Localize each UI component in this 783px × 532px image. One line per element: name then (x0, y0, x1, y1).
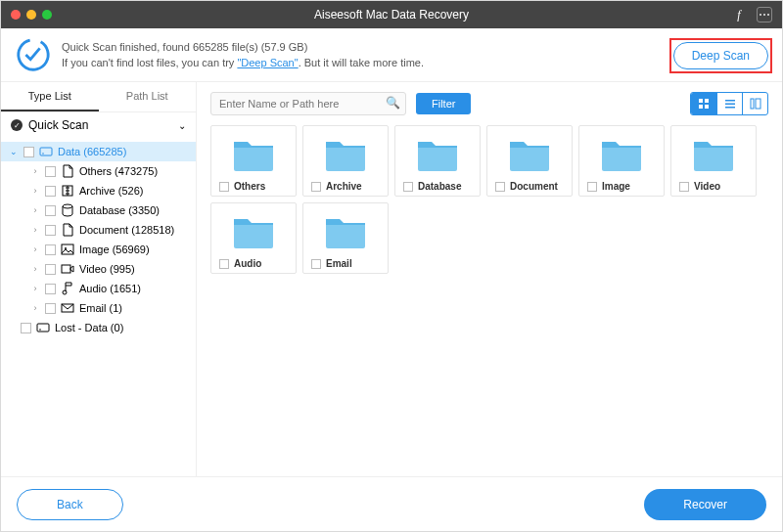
checkbox[interactable] (45, 186, 56, 197)
checkbox[interactable] (403, 182, 413, 192)
database-icon (61, 203, 74, 217)
checkbox[interactable] (311, 182, 321, 192)
tree-node-label: Others (473275) (79, 165, 158, 177)
checkbox[interactable] (45, 303, 56, 314)
found-size: 57.9 GB (264, 41, 303, 53)
sidebar: Type List Path List ✓ Quick Scan ⌄ ⌄ Dat… (1, 82, 197, 476)
folder-tile-label: Video (694, 181, 720, 192)
tree-node-label: Image (56969) (79, 244, 150, 255)
folder-tile[interactable]: Video (670, 125, 757, 197)
disk-icon (36, 321, 50, 334)
filter-button[interactable]: Filter (416, 93, 471, 114)
svg-rect-18 (756, 99, 760, 109)
checkbox[interactable] (219, 182, 229, 192)
folder-tile-label: Database (418, 181, 461, 192)
svg-rect-17 (751, 99, 754, 109)
folder-icon (232, 215, 275, 248)
tab-type-list[interactable]: Type List (1, 82, 99, 111)
tree-node-document[interactable]: › Document (128518) (1, 220, 196, 240)
folder-tile[interactable]: Archive (302, 125, 389, 197)
quick-scan-header[interactable]: ✓ Quick Scan ⌄ (1, 112, 196, 138)
view-list-button[interactable] (716, 93, 742, 114)
view-grid-button[interactable] (691, 93, 716, 114)
folder-tile-label: Audio (234, 258, 261, 269)
search-input[interactable] (210, 92, 406, 115)
tree-node-label: Audio (1651) (79, 283, 141, 294)
minimize-window-button[interactable] (26, 10, 36, 20)
checkbox[interactable] (587, 182, 597, 192)
folder-tile[interactable]: Audio (210, 202, 297, 274)
tree-node-data[interactable]: ⌄ Data (665285) (1, 142, 196, 161)
svg-rect-15 (725, 104, 735, 106)
tree-node-label: Video (995) (79, 263, 135, 275)
checkbox[interactable] (45, 244, 56, 255)
deep-scan-button[interactable]: Deep Scan (673, 42, 768, 69)
search-field: 🔍 (210, 92, 406, 115)
view-column-button[interactable] (742, 93, 767, 114)
checkbox[interactable] (45, 166, 56, 177)
folder-tile[interactable]: Image (578, 125, 665, 197)
folder-grid: OthersArchiveDatabaseDocumentImageVideoA… (210, 125, 768, 274)
tree-node-database[interactable]: › Database (3350) (1, 200, 196, 220)
scan-complete-icon (15, 36, 52, 73)
folder-tile-label: Image (602, 181, 630, 192)
audio-icon (61, 282, 74, 295)
tree-node-others[interactable]: › Others (473275) (1, 161, 196, 181)
checkbox[interactable] (45, 284, 56, 294)
folder-tile-label: Document (510, 181, 558, 192)
checkbox[interactable] (21, 323, 31, 333)
found-count: 665285 (193, 41, 229, 53)
checkbox[interactable] (45, 225, 56, 236)
folder-tile[interactable]: Email (302, 202, 389, 274)
deep-scan-highlight: Deep Scan (669, 38, 772, 73)
deep-scan-link[interactable]: "Deep Scan" (237, 57, 298, 68)
feedback-icon[interactable]: ⋯ (757, 7, 772, 22)
zoom-window-button[interactable] (42, 10, 52, 20)
back-button[interactable]: Back (17, 489, 123, 520)
tree-node-video[interactable]: › Video (995) (1, 259, 196, 279)
tree-node-label: Data (665285) (58, 146, 126, 157)
folder-icon (232, 138, 275, 171)
checkbox[interactable] (679, 182, 689, 192)
tree-node-label: Database (3350) (79, 204, 160, 216)
tab-path-list[interactable]: Path List (99, 82, 197, 111)
scan-summary-bar: Quick Scan finished, found 665285 file(s… (1, 28, 782, 82)
tree-node-label: Archive (526) (79, 185, 143, 197)
checkbox[interactable] (219, 259, 229, 269)
tree-node-label: Email (1) (79, 302, 122, 314)
tree-node-label: Document (128518) (79, 224, 174, 236)
checkbox[interactable] (23, 147, 34, 157)
close-window-button[interactable] (11, 10, 21, 20)
checkbox[interactable] (495, 182, 505, 192)
tree-node-archive[interactable]: › Archive (526) (1, 181, 196, 200)
folder-tile[interactable]: Document (486, 125, 573, 197)
tree-node-audio[interactable]: › Audio (1651) (1, 279, 196, 298)
folder-tile-label: Email (326, 258, 352, 269)
svg-rect-16 (725, 107, 735, 109)
disk-icon (39, 145, 53, 158)
folder-tile[interactable]: Others (210, 125, 297, 197)
titlebar: Aiseesoft Mac Data Recovery f ⋯ (1, 1, 782, 28)
chevron-down-icon: ⌄ (9, 147, 19, 156)
doc-icon (61, 164, 74, 178)
checkbox[interactable] (45, 205, 56, 216)
window-controls (11, 10, 52, 20)
folder-tile[interactable]: Database (394, 125, 481, 197)
checkbox[interactable] (45, 264, 56, 275)
facebook-icon[interactable]: f (731, 7, 747, 22)
recover-button[interactable]: Recover (644, 489, 766, 520)
tree-node-email[interactable]: › Email (1) (1, 298, 196, 318)
search-icon: 🔍 (386, 96, 400, 110)
folder-tile-label: Archive (326, 181, 362, 192)
tree-node-lost[interactable]: Lost - Data (0) (1, 318, 196, 337)
folder-icon (600, 138, 643, 171)
svg-rect-10 (699, 99, 703, 103)
tree-node-image[interactable]: › Image (56969) (1, 240, 196, 259)
archive-icon (61, 184, 74, 198)
checkbox[interactable] (311, 259, 321, 269)
svg-rect-13 (705, 105, 709, 109)
folder-icon (416, 138, 459, 171)
folder-icon (324, 138, 367, 171)
tree-node-label: Lost - Data (0) (55, 322, 123, 333)
footer: Back Recover (1, 476, 782, 531)
